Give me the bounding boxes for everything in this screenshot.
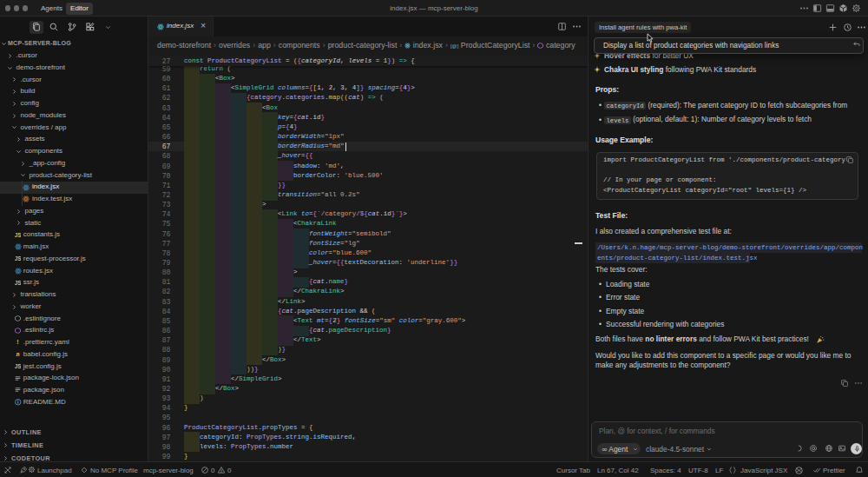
svg-text:JS: JS xyxy=(15,363,21,369)
svg-text:!: ! xyxy=(16,339,18,345)
svg-text:B: B xyxy=(15,351,20,357)
svg-text:JS: JS xyxy=(15,280,21,286)
svg-text:JS: JS xyxy=(15,232,21,238)
svg-text:JS: JS xyxy=(15,255,21,262)
